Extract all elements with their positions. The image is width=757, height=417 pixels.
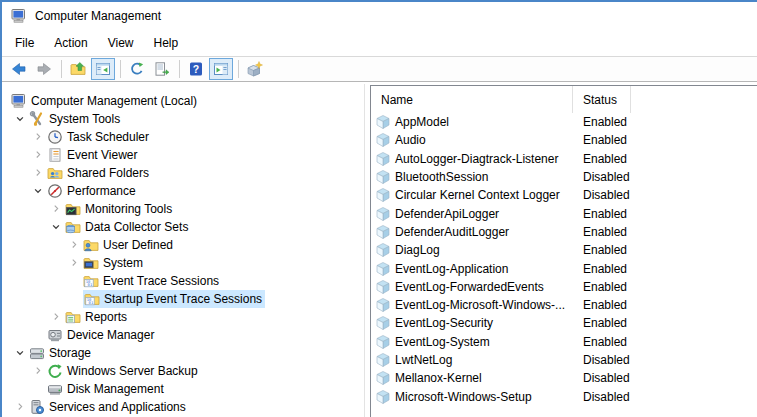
tree-item-data-collector-sets[interactable]: Data Collector Sets	[4, 218, 364, 236]
folder-report-icon	[65, 309, 81, 325]
help-button[interactable]: ?	[184, 58, 208, 80]
chevron-collapsed-icon[interactable]	[29, 128, 47, 146]
session-name-cell: Microsoft-Windows-Setup	[371, 389, 573, 405]
session-name: EventLog-ForwardedEvents	[395, 280, 544, 294]
tree-item-services-and-applications[interactable]: Services and Applications	[4, 398, 364, 416]
tree-item-label: Disk Management	[67, 382, 164, 396]
export-list-button[interactable]	[150, 58, 174, 80]
chevron-collapsed-icon[interactable]	[29, 362, 47, 380]
window-title: Computer Management	[35, 9, 161, 23]
tree-item-content: Services and Applications	[29, 399, 186, 415]
chevron-collapsed-icon[interactable]	[65, 254, 83, 272]
session-name: EventLog-Microsoft-Windows-...	[395, 298, 565, 312]
tree-item-system-tools[interactable]: System Tools	[4, 110, 364, 128]
session-status: Enabled	[573, 280, 627, 294]
chevron-collapsed-icon[interactable]	[47, 200, 65, 218]
list-row-audio[interactable]: AudioEnabled	[371, 131, 757, 149]
session-name-cell: AppModel	[371, 114, 573, 130]
menu-file[interactable]: File	[5, 32, 44, 54]
back-button[interactable]	[7, 58, 31, 80]
new-session-button[interactable]	[243, 58, 267, 80]
list-row-lwtnetlog[interactable]: LwtNetLogDisabled	[371, 351, 757, 369]
chevron-collapsed-icon[interactable]	[29, 146, 47, 164]
list-row-eventlog-application[interactable]: EventLog-ApplicationEnabled	[371, 259, 757, 277]
tree-item-computer-management-local[interactable]: Computer Management (Local)	[4, 92, 364, 110]
tree-item-disk-management[interactable]: Disk Management	[4, 380, 364, 398]
tree-item-event-viewer[interactable]: Event Viewer	[4, 146, 364, 164]
column-header-status[interactable]: Status	[573, 86, 631, 113]
tree-item-startup-event-trace-sessions[interactable]: 1001Startup Event Trace Sessions	[4, 290, 364, 308]
session-name: Microsoft-Windows-Setup	[395, 390, 532, 404]
toolbar-separator	[238, 60, 239, 78]
session-name-cell: LwtNetLog	[371, 352, 573, 368]
cube-icon	[375, 261, 391, 277]
list-row-eventlog-forwardedevents[interactable]: EventLog-ForwardedEventsEnabled	[371, 278, 757, 296]
chevron-collapsed-icon[interactable]	[11, 398, 29, 416]
list-row-defenderauditlogger[interactable]: DefenderAuditLoggerEnabled	[371, 223, 757, 241]
refresh-button[interactable]	[125, 58, 149, 80]
tree-item-event-trace-sessions[interactable]: 1001Event Trace Sessions	[4, 272, 364, 290]
tree-item-device-manager[interactable]: Device Manager	[4, 326, 364, 344]
list-row-diaglog[interactable]: DiagLogEnabled	[371, 241, 757, 259]
session-status: Disabled	[573, 353, 630, 367]
svg-text:?: ?	[193, 63, 199, 75]
export-list-icon	[154, 61, 170, 77]
show-action-pane-button[interactable]	[209, 58, 233, 80]
session-name: LwtNetLog	[395, 353, 452, 367]
list-row-autologger-diagtrack-listener[interactable]: AutoLogger-Diagtrack-ListenerEnabled	[371, 150, 757, 168]
list-row-microsoft-windows-setup[interactable]: Microsoft-Windows-SetupDisabled	[371, 387, 757, 405]
cube-icon	[375, 352, 391, 368]
tree-item-shared-folders[interactable]: Shared Folders	[4, 164, 364, 182]
session-name: DefenderApiLogger	[395, 207, 499, 221]
list-row-mellanox-kernel[interactable]: Mellanox-KernelDisabled	[371, 369, 757, 387]
list-row-defenderapilogger[interactable]: DefenderApiLoggerEnabled	[371, 204, 757, 222]
computer-icon	[11, 8, 27, 24]
list-row-eventlog-security[interactable]: EventLog-SecurityEnabled	[371, 314, 757, 332]
chevron-expanded-icon[interactable]	[11, 344, 29, 362]
chevron-expanded-icon[interactable]	[29, 182, 47, 200]
menu-view[interactable]: View	[98, 32, 144, 54]
session-name-cell: EventLog-ForwardedEvents	[371, 279, 573, 295]
details-list-pane: Name Status AppModelEnabledAudioEnabledA…	[370, 85, 757, 417]
chevron-collapsed-icon[interactable]	[65, 236, 83, 254]
list-row-appmodel[interactable]: AppModelEnabled	[371, 113, 757, 131]
forward-button[interactable]	[32, 58, 56, 80]
tree-item-system[interactable]: System	[4, 254, 364, 272]
tree-item-label: User Defined	[103, 238, 173, 252]
cube-icon	[375, 169, 391, 185]
tree-item-reports[interactable]: Reports	[4, 308, 364, 326]
forward-arrow-icon	[36, 61, 52, 77]
cube-icon	[375, 187, 391, 203]
tree-item-task-scheduler[interactable]: Task Scheduler	[4, 128, 364, 146]
list-row-eventlog-microsoft-windows[interactable]: EventLog-Microsoft-Windows-...Enabled	[371, 296, 757, 314]
chevron-collapsed-icon[interactable]	[47, 308, 65, 326]
session-name: Audio	[395, 133, 426, 147]
folder-monitor-icon	[65, 201, 81, 217]
tree-item-monitoring-tools[interactable]: Monitoring Tools	[4, 200, 364, 218]
tree-item-label: Services and Applications	[49, 400, 186, 414]
show-console-tree-button[interactable]	[91, 58, 115, 80]
tree-item-label: Reports	[85, 310, 127, 324]
menu-help[interactable]: Help	[144, 32, 189, 54]
chevron-collapsed-icon[interactable]	[29, 164, 47, 182]
cube-icon	[375, 114, 391, 130]
list-row-circular-kernel-context-logger[interactable]: Circular Kernel Context LoggerDisabled	[371, 186, 757, 204]
tree-item-content: 1001Event Trace Sessions	[83, 273, 219, 289]
chevron-expanded-icon[interactable]	[11, 110, 29, 128]
tree-item-user-defined[interactable]: User Defined	[4, 236, 364, 254]
session-name-cell: Mellanox-Kernel	[371, 370, 573, 386]
list-row-eventlog-system[interactable]: EventLog-SystemEnabled	[371, 333, 757, 351]
tree-item-content: Monitoring Tools	[65, 201, 172, 217]
chevron-expanded-icon[interactable]	[47, 218, 65, 236]
tree-item-windows-server-backup[interactable]: Windows Server Backup	[4, 362, 364, 380]
tree-item-storage[interactable]: Storage	[4, 344, 364, 362]
list-row-bluetoothsession[interactable]: BluetoothSessionDisabled	[371, 168, 757, 186]
column-header-name[interactable]: Name	[371, 86, 573, 113]
menu-action[interactable]: Action	[44, 32, 97, 54]
services-icon	[29, 399, 45, 415]
tree-item-content: Event Viewer	[47, 147, 137, 163]
tree-item-label: Task Scheduler	[67, 130, 149, 144]
tree-item-label: System	[103, 256, 143, 270]
tree-item-performance[interactable]: Performance	[4, 182, 364, 200]
up-one-level-button[interactable]	[66, 58, 90, 80]
